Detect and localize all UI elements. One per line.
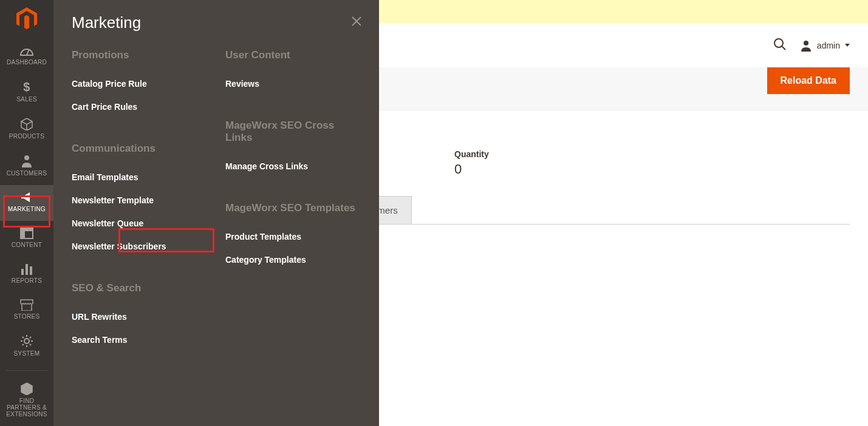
admin-sidebar: DASHBOARD $ SALES PRODUCTS CUSTOMERS MAR… <box>0 0 53 426</box>
sidebar-item-sales[interactable]: $ SALES <box>0 74 53 111</box>
reload-data-button[interactable]: Reload Data <box>767 67 850 94</box>
group-seo-search: SEO & Search <box>72 282 207 294</box>
link-newsletter-template[interactable]: Newsletter Template <box>72 189 207 212</box>
flyout-col-1: Promotions Catalog Price Rule Cart Price… <box>72 49 207 351</box>
svg-rect-5 <box>21 269 24 275</box>
svg-rect-4 <box>21 231 25 238</box>
cube-icon <box>20 117 33 130</box>
link-reviews[interactable]: Reviews <box>225 72 361 95</box>
admin-user-menu[interactable]: admin <box>800 39 850 52</box>
group-communications: Communications <box>72 143 207 155</box>
link-category-templates[interactable]: Category Templates <box>225 248 361 271</box>
sidebar-item-system[interactable]: SYSTEM <box>0 328 53 365</box>
sidebar-item-content[interactable]: CONTENT <box>0 221 53 257</box>
sidebar-item-customers[interactable]: CUSTOMERS <box>0 148 53 185</box>
chevron-down-icon <box>845 44 850 47</box>
flyout-close-button[interactable] <box>351 16 362 29</box>
sidebar-item-products[interactable]: PRODUCTS <box>0 111 53 148</box>
svg-point-1 <box>24 155 29 160</box>
sidebar-item-stores[interactable]: STORES <box>0 292 53 328</box>
user-icon <box>800 39 812 52</box>
magento-logo[interactable] <box>0 0 53 37</box>
svg-line-10 <box>782 46 785 50</box>
svg-rect-7 <box>30 266 32 275</box>
person-icon <box>21 154 33 167</box>
flyout-col-2: User Content Reviews MageWorx SEO Cross … <box>225 49 361 351</box>
svg-point-9 <box>774 39 783 47</box>
stat-value: 0 <box>454 161 558 177</box>
sidebar-item-reports[interactable]: REPORTS <box>0 257 53 292</box>
search-icon <box>773 38 787 51</box>
layout-icon <box>20 227 33 239</box>
sidebar-item-partners[interactable]: FIND PARTNERS & EXTENSIONS <box>0 376 53 426</box>
svg-text:$: $ <box>23 80 30 93</box>
dollar-icon: $ <box>20 80 33 93</box>
link-search-terms[interactable]: Search Terms <box>72 328 207 351</box>
stat-label: Quantity <box>454 149 558 159</box>
global-search-button[interactable] <box>773 38 787 53</box>
stat-quantity: Quantity 0 <box>454 149 558 177</box>
svg-rect-3 <box>21 228 33 231</box>
group-user-content: User Content <box>225 49 361 61</box>
magento-logo-icon <box>16 7 37 30</box>
group-promotions: Promotions <box>72 49 207 61</box>
group-seo-cross-links: MageWorx SEO Cross Links <box>225 120 361 144</box>
svg-point-8 <box>24 339 29 343</box>
bar-chart-icon <box>20 263 33 275</box>
marketing-flyout: Marketing Promotions Catalog Price Rule … <box>53 0 379 426</box>
svg-point-11 <box>804 41 808 46</box>
close-icon <box>351 16 362 27</box>
link-newsletter-subscribers[interactable]: Newsletter Subscribers <box>72 235 207 258</box>
link-product-templates[interactable]: Product Templates <box>225 225 361 248</box>
link-email-templates[interactable]: Email Templates <box>72 166 207 189</box>
link-cart-price-rules[interactable]: Cart Price Rules <box>72 95 207 118</box>
gauge-icon <box>19 43 34 56</box>
megaphone-icon <box>20 191 33 203</box>
svg-rect-6 <box>26 264 28 275</box>
link-newsletter-queue[interactable]: Newsletter Queue <box>72 212 207 235</box>
sidebar-item-marketing[interactable]: MARKETING <box>0 185 53 221</box>
puzzle-icon <box>20 382 33 395</box>
link-url-rewrites[interactable]: URL Rewrites <box>72 305 207 328</box>
rail-divider <box>6 370 47 371</box>
sidebar-item-dashboard[interactable]: DASHBOARD <box>0 37 53 74</box>
link-manage-cross-links[interactable]: Manage Cross Links <box>225 155 361 178</box>
admin-username: admin <box>817 41 840 50</box>
gear-icon <box>20 334 33 348</box>
link-catalog-price-rule[interactable]: Catalog Price Rule <box>72 72 207 95</box>
storefront-icon <box>19 299 34 311</box>
group-seo-templates: MageWorx SEO Templates <box>225 202 361 214</box>
flyout-title: Marketing <box>72 13 361 32</box>
